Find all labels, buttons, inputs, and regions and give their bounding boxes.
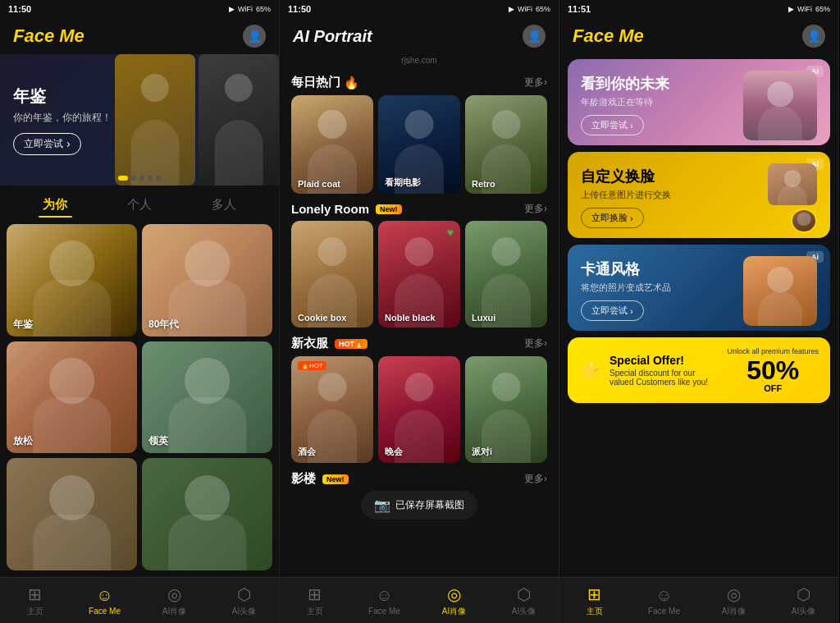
status-bar-2: 11:50 ▶ WiFi 65% xyxy=(280,0,559,18)
section-header-lonely: Lonely Room New! 更多› xyxy=(280,194,559,221)
new-badge-lonely: New! xyxy=(376,204,402,214)
photo-card-5[interactable] xyxy=(7,458,137,570)
promo-text-future: 看到你的未来 年龄游戏正在等待 立即尝试 xyxy=(581,76,743,136)
nav-label-avatar-3: AI头像 xyxy=(792,606,815,617)
nav-label-portrait-2: AI肖像 xyxy=(442,606,466,617)
nav-home-3[interactable]: ⊞ 主页 xyxy=(570,584,619,617)
section-more-lonely[interactable]: 更多› xyxy=(524,202,547,216)
photo-card-relax[interactable]: 放松 xyxy=(7,341,137,454)
section-title-lonely: Lonely Room New! xyxy=(291,202,402,216)
promo-btn-swap[interactable]: 立即换脸 xyxy=(581,208,644,228)
section-title-clothes: 新衣服 HOT🔥 xyxy=(291,336,368,351)
banner-subtitle: 你的年鉴，你的旅程！ xyxy=(13,111,266,125)
face-me-icon-3: ☺ xyxy=(655,586,672,605)
promo-btn-future[interactable]: 立即尝试 xyxy=(581,115,644,135)
card-luxui[interactable]: Luxui xyxy=(465,221,547,328)
card-paidui[interactable]: 派对i xyxy=(465,356,547,463)
wifi-icon-2: WiFi xyxy=(518,5,532,13)
section-more-hot[interactable]: 更多› xyxy=(524,76,547,89)
app-logo-2: AI Portrait xyxy=(293,27,372,46)
card-wanhui[interactable]: 晚会 xyxy=(378,356,460,463)
photo-card-nianjian[interactable]: 年鉴 xyxy=(7,224,137,337)
card-jiuhui[interactable]: 🔥HOT 酒会 xyxy=(291,356,373,463)
bottom-nav-3: ⊞ 主页 ☺ Face Me ◎ AI肖像 ⬡ AI头像 xyxy=(559,577,838,623)
section-more-clothes[interactable]: 更多› xyxy=(524,337,547,350)
section-title-studio: 影楼 New! xyxy=(291,471,349,487)
ai-avatar-icon-3: ⬡ xyxy=(797,584,810,604)
tab-multi[interactable]: 多人 xyxy=(181,192,266,218)
content-tabs: 为你 个人 多人 xyxy=(0,186,279,218)
special-offer-card[interactable]: ⭐ Special Offer! Special discount for ou… xyxy=(568,337,830,403)
home-icon-2: ⊞ xyxy=(308,584,322,604)
app-header-1: Face Me 👤 xyxy=(0,18,279,54)
screen1-content: 年鉴 你的年鉴，你的旅程！ 立即尝试 xyxy=(0,54,279,577)
heart-icon: ♥ xyxy=(447,226,454,239)
offer-subtitle: Special discount for our valued Customer… xyxy=(609,369,719,387)
nav-home-1[interactable]: ⊞ 主页 xyxy=(11,584,60,617)
card-label-wanhui: 晚会 xyxy=(385,446,403,458)
app-logo-1: Face Me xyxy=(13,25,84,47)
card-noble[interactable]: ♥ Noble black xyxy=(378,221,460,328)
card-label-cookie: Cookie box xyxy=(298,313,346,323)
section-more-studio[interactable]: 更多› xyxy=(524,472,547,486)
nav-label-faceme-1: Face Me xyxy=(89,607,121,616)
nav-ai-portrait-2[interactable]: ◎ AI肖像 xyxy=(430,584,479,617)
section-header-studio: 影楼 New! 更多› xyxy=(280,463,559,492)
nav-ai-portrait-3[interactable]: ◎ AI肖像 xyxy=(710,584,759,617)
promo-btn-cartoon[interactable]: 立即尝试 xyxy=(581,300,644,321)
nav-home-2[interactable]: ⊞ 主页 xyxy=(290,584,340,617)
portrait-card-plaid[interactable]: Plaid coat xyxy=(291,95,373,194)
nav-label-faceme-2: Face Me xyxy=(368,607,400,616)
camera-icon-toast: 📷 xyxy=(374,497,390,513)
nav-label-home-3: 主页 xyxy=(587,606,603,617)
promo-image-future xyxy=(743,71,817,140)
wifi-icon-3: WiFi xyxy=(797,5,812,13)
toast-text: 已保存屏幕截图 xyxy=(395,498,464,512)
nav-faceme-3[interactable]: ☺ Face Me xyxy=(640,586,689,616)
profile-icon-2[interactable]: 👤 xyxy=(523,25,546,48)
nav-ai-avatar-2[interactable]: ⬡ AI头像 xyxy=(500,584,549,617)
promo-card-swap[interactable]: Ai 自定义换脸 上传任意图片进行交换 立即换脸 xyxy=(568,152,830,238)
app-header-2: AI Portrait 👤 xyxy=(280,18,559,54)
promo-card-cartoon[interactable]: Ai 卡通风格 将您的照片变成艺术品 立即尝试 xyxy=(568,245,830,331)
nav-faceme-2[interactable]: ☺ Face Me xyxy=(360,586,409,616)
photo-card-6[interactable] xyxy=(142,458,272,570)
ai-portrait-icon-2: ◎ xyxy=(447,584,461,604)
photo-label-3: 放松 xyxy=(13,434,33,448)
nav-label-home-2: 主页 xyxy=(307,606,323,617)
card-cookie[interactable]: Cookie box xyxy=(291,221,373,328)
screen3-content: Ai 看到你的未来 年龄游戏正在等待 立即尝试 Ai 自定义换脸 xyxy=(559,54,838,577)
battery-1: 65% xyxy=(256,5,271,13)
nav-faceme-1[interactable]: ☺ Face Me xyxy=(80,586,130,616)
nav-label-portrait-1: AI肖像 xyxy=(162,606,186,617)
screen-ai-portrait: 11:50 ▶ WiFi 65% AI Portrait 👤 rjshe.com… xyxy=(280,0,559,623)
swap-small-image xyxy=(791,208,817,233)
section-header-clothes: 新衣服 HOT🔥 更多› xyxy=(280,328,559,356)
portrait-row-hot: Plaid coat 看期电影 Retro xyxy=(280,95,559,194)
card-label-noble: Noble black xyxy=(385,313,436,323)
nav-ai-avatar-3[interactable]: ⬡ AI头像 xyxy=(779,584,829,617)
ai-portrait-icon-1: ◎ xyxy=(167,584,181,604)
dot-2 xyxy=(131,176,136,181)
unlock-label: Unlock all premium features xyxy=(727,347,819,355)
tab-personal[interactable]: 个人 xyxy=(98,192,182,218)
card-label-jiuhui: 酒会 xyxy=(298,446,316,458)
nav-ai-portrait-1[interactable]: ◎ AI肖像 xyxy=(150,584,199,617)
status-time-2: 11:50 xyxy=(288,4,311,14)
toast-notification: 📷 已保存屏幕截图 xyxy=(361,491,477,520)
photo-card-linkedin[interactable]: 领英 xyxy=(142,341,272,454)
nav-ai-avatar-1[interactable]: ⬡ AI头像 xyxy=(220,584,269,617)
status-time-3: 11:51 xyxy=(568,4,591,14)
nav-label-avatar-2: AI头像 xyxy=(512,606,536,617)
promo-card-future[interactable]: Ai 看到你的未来 年龄游戏正在等待 立即尝试 xyxy=(568,59,830,145)
profile-icon-3[interactable]: 👤 xyxy=(802,25,825,48)
nav-label-home-1: 主页 xyxy=(27,606,43,617)
profile-icon-1[interactable]: 👤 xyxy=(243,25,266,48)
banner-dots xyxy=(118,176,161,181)
swap-big-image xyxy=(768,163,817,205)
banner-try-button[interactable]: 立即尝试 xyxy=(13,133,81,155)
portrait-card-movie[interactable]: 看期电影 xyxy=(378,95,460,194)
portrait-card-retro[interactable]: Retro xyxy=(465,95,547,194)
tab-for-you[interactable]: 为你 xyxy=(13,192,98,218)
photo-card-80s[interactable]: 80年代 xyxy=(142,224,272,337)
